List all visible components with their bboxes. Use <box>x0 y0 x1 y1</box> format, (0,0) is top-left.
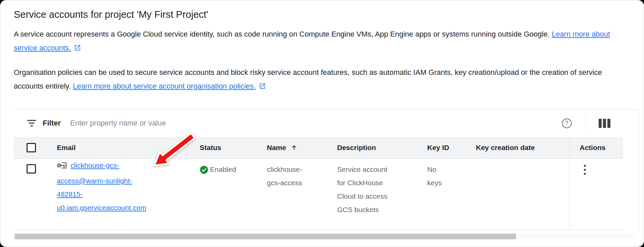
service-accounts-table: Email Status Name Description Key ID Key… <box>14 137 623 230</box>
key-creation-date-cell <box>476 158 569 230</box>
select-all-checkbox[interactable] <box>27 143 36 152</box>
filter-button[interactable]: Filter <box>27 119 61 128</box>
service-account-key-icon <box>57 161 68 174</box>
intro-paragraph: A service account represents a Google Cl… <box>14 27 630 55</box>
page-title: Service accounts for project 'My First P… <box>14 8 630 20</box>
column-header-status[interactable]: Status <box>200 137 267 158</box>
column-header-key-id[interactable]: Key ID <box>427 137 476 158</box>
filter-bar: Filter ? <box>14 109 639 137</box>
actions-cell <box>569 158 623 230</box>
column-header-name[interactable]: Name <box>267 137 337 158</box>
help-icon: ? <box>562 118 572 128</box>
description-cell: Service account for ClickHouse Cloud to … <box>337 158 427 230</box>
filter-icon <box>27 119 37 127</box>
row-actions-button[interactable] <box>583 164 587 176</box>
column-display-button[interactable] <box>599 119 610 128</box>
learn-more-org-policies-link[interactable]: Learn more about service account organis… <box>73 82 266 90</box>
external-link-icon <box>74 44 81 51</box>
horizontal-scrollbar-thumb[interactable] <box>15 234 516 239</box>
filter-input[interactable] <box>70 118 559 128</box>
service-accounts-page: Service accounts for project 'My First P… <box>0 0 644 247</box>
org-policy-paragraph: Organisation policies can be used to sec… <box>14 65 630 93</box>
name-cell: clickhouse- gcs-access <box>267 158 337 230</box>
column-display-icon <box>599 119 602 128</box>
email-cell: clickhouse-gcs- access@warm-sunlight- 48… <box>57 158 200 230</box>
key-id-cell: No keys <box>427 158 476 230</box>
row-checkbox[interactable] <box>27 164 36 174</box>
status-cell: Enabled <box>200 158 267 230</box>
table-header-row: Email Status Name Description Key ID Key… <box>14 137 623 158</box>
status-text: Enabled <box>210 163 236 176</box>
toolbar-divider <box>586 115 586 131</box>
external-link-icon <box>259 83 266 90</box>
column-header-email[interactable]: Email <box>57 137 200 158</box>
sort-ascending-icon <box>291 144 297 151</box>
column-header-key-creation-date[interactable]: Key creation date <box>476 137 569 158</box>
intro-text: A service account represents a Google Cl… <box>14 30 550 38</box>
status-enabled-icon <box>200 165 208 174</box>
table-row: clickhouse-gcs- access@warm-sunlight- 48… <box>14 158 623 230</box>
column-header-description[interactable]: Description <box>337 137 427 158</box>
actions-kebab-icon <box>584 165 586 167</box>
service-accounts-table-panel: Filter ? Email Status Name <box>14 109 639 230</box>
filter-label: Filter <box>43 119 61 128</box>
column-header-actions: Actions <box>569 137 623 158</box>
service-account-email-link[interactable]: clickhouse-gcs- access@warm-sunlight- 48… <box>57 161 146 211</box>
help-button[interactable]: ? <box>559 116 574 131</box>
